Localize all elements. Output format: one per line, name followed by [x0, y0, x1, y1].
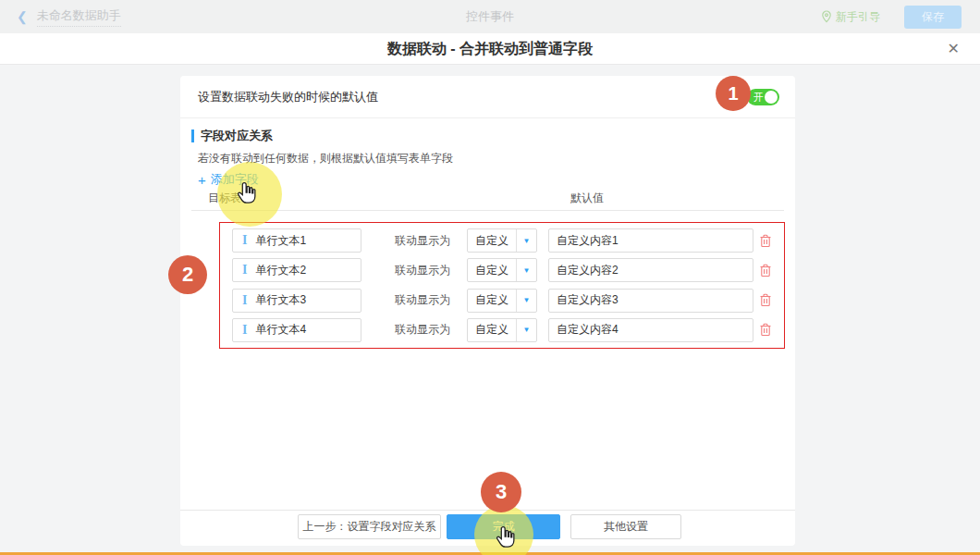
mode-select[interactable]: 自定义 ▼ — [467, 289, 537, 313]
pin-icon — [821, 10, 832, 23]
target-field-input[interactable]: I 单行文本1 — [232, 228, 361, 253]
target-field-input[interactable]: I 单行文本3 — [232, 289, 361, 313]
prev-step-button[interactable]: 上一步：设置字段对应关系 — [298, 514, 441, 539]
link-display-label: 联动显示为 — [395, 263, 452, 278]
field-mapping-group: I 单行文本1 联动显示为 自定义 ▼ I 单行文本2 联动显示为 自定义 ▼ — [219, 222, 785, 349]
field-mapping-row: I 单行文本2 联动显示为 自定义 ▼ — [220, 258, 784, 282]
guide-link[interactable]: 新手引导 — [821, 9, 880, 25]
dialog-title: 数据联动 - 合并联动到普通字段 — [0, 33, 980, 65]
done-button[interactable]: 完成 — [447, 514, 560, 539]
column-header-default: 默认值 — [570, 191, 604, 206]
mode-select-value: 自定义 — [468, 292, 516, 308]
trash-icon[interactable] — [759, 323, 772, 337]
mode-select[interactable]: 自定义 ▼ — [467, 228, 537, 253]
text-field-icon: I — [242, 324, 247, 337]
other-settings-button[interactable]: 其他设置 — [570, 514, 681, 539]
dialog-footer: 上一步：设置字段对应关系 完成 其他设置 — [180, 510, 795, 546]
target-field-value: 单行文本4 — [255, 322, 306, 338]
default-value-input[interactable] — [548, 228, 753, 253]
default-setting-label: 设置数据联动失败的时候的默认值 — [198, 76, 378, 118]
guide-label: 新手引导 — [836, 9, 880, 25]
top-bar: ❮ 未命名数据助手 控件事件 新手引导 保存 — [0, 0, 980, 33]
trash-icon[interactable] — [759, 293, 772, 307]
mode-select-value: 自定义 — [468, 322, 516, 338]
link-display-label: 联动显示为 — [395, 292, 452, 308]
target-field-input[interactable]: I 单行文本4 — [232, 318, 361, 342]
field-mapping-row: I 单行文本1 联动显示为 自定义 ▼ — [220, 228, 784, 253]
text-field-icon: I — [242, 294, 247, 307]
field-mapping-row: I 单行文本4 联动显示为 自定义 ▼ — [220, 318, 784, 342]
trash-icon[interactable] — [759, 264, 772, 278]
link-display-label: 联动显示为 — [395, 233, 452, 249]
default-value-input[interactable] — [548, 318, 753, 342]
default-value-input[interactable] — [548, 289, 753, 313]
chevron-down-icon[interactable]: ▼ — [516, 259, 536, 281]
link-display-label: 联动显示为 — [395, 322, 452, 338]
trash-icon[interactable] — [759, 234, 772, 248]
dialog-header: 数据联动 - 合并联动到普通字段 ✕ — [0, 33, 980, 65]
header-divider — [191, 210, 784, 211]
step-badge-1: 1 — [716, 76, 751, 111]
text-field-icon: I — [242, 234, 247, 247]
chevron-down-icon[interactable]: ▼ — [516, 290, 536, 312]
save-button[interactable]: 保存 — [904, 6, 962, 29]
field-mapping-row: I 单行文本3 联动显示为 自定义 ▼ — [220, 289, 784, 313]
mode-select-value: 自定义 — [468, 263, 516, 278]
default-value-setting-row: 设置数据联动失败的时候的默认值 开 — [180, 76, 795, 118]
toggle-knob — [765, 91, 778, 104]
add-field-label: 添加字段 — [211, 171, 259, 188]
toggle-on-label: 开 — [753, 92, 764, 103]
target-field-input[interactable]: I 单行文本2 — [232, 258, 361, 282]
dialog-body-panel: 设置数据联动失败的时候的默认值 开 1 字段对应关系 若没有联动到任何数据，则根… — [180, 76, 795, 546]
section-heading: 字段对应关系 — [191, 130, 273, 142]
mode-select-value: 自定义 — [468, 233, 516, 249]
mode-select[interactable]: 自定义 ▼ — [467, 318, 537, 342]
topbar-actions: 新手引导 保存 — [821, 0, 962, 33]
mode-select[interactable]: 自定义 ▼ — [467, 258, 537, 282]
chevron-down-icon[interactable]: ▼ — [516, 319, 536, 341]
target-field-value: 单行文本1 — [255, 233, 306, 249]
add-field-link[interactable]: + 添加字段 — [198, 171, 259, 188]
section-description: 若没有联动到任何数据，则根据默认值填写表单字段 — [198, 151, 453, 166]
target-field-value: 单行文本3 — [255, 292, 306, 308]
target-field-value: 单行文本2 — [255, 263, 306, 278]
step-badge-3: 3 — [481, 472, 521, 512]
default-value-input[interactable] — [548, 258, 753, 282]
plus-icon: + — [198, 172, 206, 188]
chevron-down-icon[interactable]: ▼ — [516, 229, 536, 252]
text-field-icon: I — [242, 264, 247, 277]
step-badge-2: 2 — [168, 255, 207, 294]
column-header-target: 目标表单 — [208, 191, 252, 206]
default-toggle[interactable]: 开 — [747, 89, 779, 105]
close-icon[interactable]: ✕ — [948, 40, 960, 58]
